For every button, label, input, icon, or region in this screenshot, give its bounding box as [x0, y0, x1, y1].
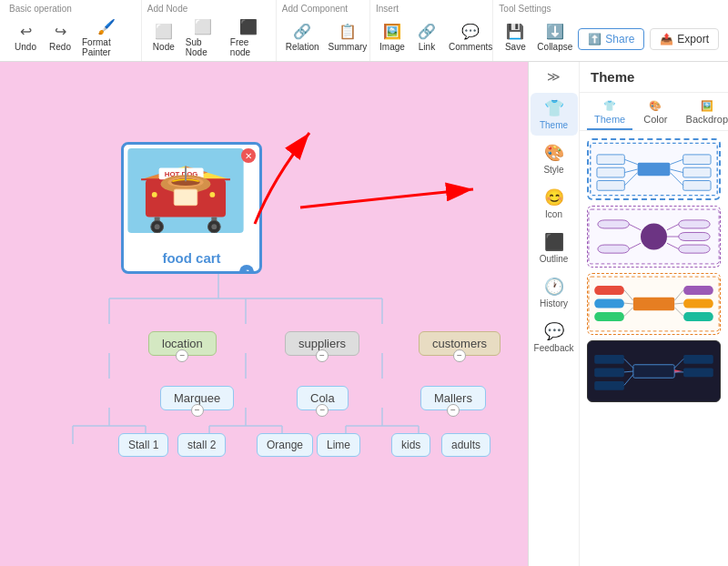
- node-orange[interactable]: Orange: [257, 433, 313, 457]
- node-lime[interactable]: Lime: [317, 433, 360, 457]
- right-panel: ≫ 👕 Theme 🎨 Style 😊 Icon ⬛ Outline 🕐 His…: [528, 62, 728, 566]
- svg-rect-73: [633, 298, 674, 311]
- theme-panel: Theme 👕 Theme 🎨 Color 🖼️ Backdrop: [580, 62, 728, 566]
- summary-button[interactable]: 📋 Summary: [325, 21, 371, 54]
- theme-card-3[interactable]: [587, 273, 721, 335]
- customers-collapse-btn[interactable]: −: [453, 349, 466, 362]
- svg-rect-61: [679, 220, 710, 228]
- svg-rect-79: [683, 312, 713, 321]
- free-node-button[interactable]: ⬛ Free node: [227, 16, 270, 59]
- redo-button[interactable]: ↪ Redo: [44, 21, 76, 54]
- sidebar-item-outline[interactable]: ⬛ Outline: [531, 227, 578, 269]
- tab-backdrop[interactable]: 🖼️ Backdrop: [679, 96, 728, 130]
- image-button[interactable]: 🖼️ Image: [376, 21, 409, 54]
- theme-grid: [580, 131, 728, 566]
- location-collapse-btn[interactable]: −: [176, 349, 188, 362]
- node-suppliers[interactable]: suppliers −: [285, 331, 359, 356]
- relation-button[interactable]: 🔗 Relation: [282, 21, 323, 54]
- theme-card-1[interactable]: [587, 138, 721, 200]
- main-area: ✕ HOT DOG: [0, 62, 728, 566]
- svg-rect-62: [679, 232, 710, 240]
- red-arrow-2: [273, 162, 491, 253]
- sidebar-item-icon[interactable]: 😊 Icon: [531, 182, 578, 225]
- svg-rect-92: [683, 368, 713, 377]
- svg-point-60: [641, 224, 667, 250]
- tab-backdrop-icon: 🖼️: [701, 100, 713, 112]
- feedback-icon: 💬: [544, 321, 564, 341]
- icon-icon: 😊: [544, 187, 564, 207]
- svg-rect-87: [633, 365, 674, 379]
- add-node-label: Add Node: [147, 4, 187, 14]
- node-kids[interactable]: kids: [391, 433, 430, 457]
- cola-collapse-btn[interactable]: −: [316, 404, 329, 417]
- collapse-button[interactable]: ⬇️ Collapse: [533, 21, 576, 54]
- add-component-group: Add Component 🔗 Relation 📋 Summary: [277, 0, 370, 61]
- svg-rect-78: [683, 299, 713, 308]
- sub-node-button[interactable]: ⬜ Sub Node: [182, 16, 225, 59]
- theme-card-2[interactable]: [587, 206, 721, 268]
- svg-rect-49: [683, 155, 711, 165]
- theme-icon: 👕: [544, 98, 564, 118]
- sidebar-collapse-button[interactable]: ≫: [540, 66, 569, 87]
- suppliers-collapse-btn[interactable]: −: [316, 349, 329, 362]
- svg-rect-38: [174, 189, 197, 206]
- svg-rect-67: [598, 220, 629, 228]
- sidebar-item-style[interactable]: 🎨 Style: [531, 137, 578, 180]
- undo-button[interactable]: ↩ Undo: [9, 21, 42, 54]
- tab-color-icon: 🎨: [649, 100, 662, 112]
- node-location[interactable]: location −: [148, 331, 217, 356]
- share-button[interactable]: ⬆️ Share: [578, 28, 644, 50]
- node-button[interactable]: ⬜ Node: [147, 21, 180, 54]
- node-adults[interactable]: adults: [441, 433, 490, 457]
- root-node[interactable]: ✕ HOT DOG: [121, 142, 262, 274]
- add-node-group: Add Node ⬜ Node ⬜ Sub Node ⬛ Free node: [142, 0, 277, 61]
- marquee-collapse-btn[interactable]: −: [191, 404, 204, 417]
- insert-label: Insert: [376, 4, 399, 14]
- theme-card-4[interactable]: [587, 340, 721, 402]
- svg-point-34: [155, 224, 160, 229]
- export-button[interactable]: 📤 Export: [650, 28, 719, 50]
- svg-rect-47: [597, 167, 624, 177]
- svg-point-39: [152, 192, 157, 197]
- tab-theme[interactable]: 👕 Theme: [587, 96, 632, 130]
- node-stall1[interactable]: Stall 1: [118, 433, 168, 457]
- tab-color[interactable]: 🎨 Color: [636, 96, 674, 130]
- mallers-collapse-btn[interactable]: −: [447, 404, 460, 417]
- node-cola[interactable]: Cola −: [297, 386, 349, 410]
- theme-panel-title: Theme: [591, 69, 717, 85]
- svg-rect-46: [597, 155, 624, 165]
- toolbar: Basic operation ↩ Undo ↪ Redo 🖌️ Format …: [0, 0, 728, 62]
- history-icon: 🕐: [544, 277, 564, 297]
- comments-button[interactable]: 💬 Comments: [445, 21, 496, 54]
- save-button[interactable]: 💾 Save: [499, 21, 531, 54]
- basic-op-label: Basic operation: [9, 4, 72, 14]
- hotdog-cart-image: HOT DOG: [127, 148, 244, 233]
- svg-rect-63: [679, 245, 710, 253]
- basic-op-group: Basic operation ↩ Undo ↪ Redo 🖌️ Format …: [4, 0, 142, 61]
- tab-theme-icon: 👕: [603, 100, 616, 112]
- node-stall2[interactable]: stall 2: [177, 433, 226, 457]
- node-customers[interactable]: customers −: [419, 331, 500, 356]
- node-marquee[interactable]: Marquee −: [160, 386, 234, 410]
- svg-point-40: [209, 192, 215, 197]
- sidebar-item-history[interactable]: 🕐 History: [531, 271, 578, 314]
- sidebar-item-theme[interactable]: 👕 Theme: [531, 93, 578, 136]
- insert-group: Insert 🖼️ Image 🔗 Link 💬 Comments: [370, 0, 493, 61]
- mind-canvas: ✕ HOT DOG: [0, 62, 528, 566]
- sidebar-item-feedback[interactable]: 💬 Feedback: [531, 316, 578, 359]
- format-painter-button[interactable]: 🖌️ Format Painter: [78, 16, 136, 59]
- root-close-button[interactable]: ✕: [241, 148, 256, 163]
- canvas[interactable]: ✕ HOT DOG: [0, 62, 528, 566]
- svg-rect-75: [594, 299, 624, 308]
- svg-rect-76: [594, 312, 624, 321]
- theme-panel-header: Theme: [580, 62, 728, 93]
- svg-rect-50: [683, 167, 711, 177]
- root-node-label: food cart: [124, 250, 259, 266]
- root-expand-button[interactable]: ↗: [239, 265, 254, 274]
- node-mallers[interactable]: Mallers −: [420, 386, 486, 410]
- svg-rect-51: [683, 181, 711, 191]
- svg-rect-89: [594, 368, 624, 377]
- svg-point-36: [211, 224, 217, 229]
- link-button[interactable]: 🔗 Link: [410, 21, 443, 54]
- tool-settings-label: Tool Settings: [499, 4, 719, 14]
